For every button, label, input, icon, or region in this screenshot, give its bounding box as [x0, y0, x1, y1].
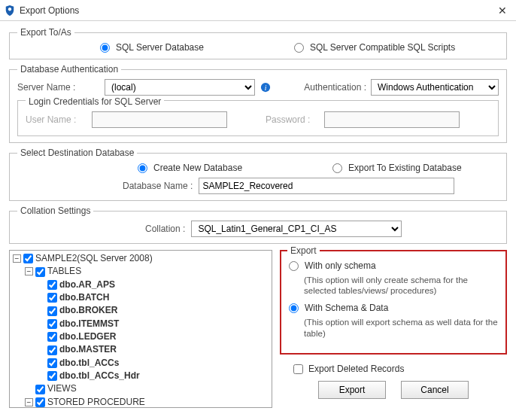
object-tree[interactable]: −SAMPLE2(SQL Server 2008) −TABLES −dbo.A…	[9, 250, 272, 408]
close-icon[interactable]: ✕	[493, 3, 511, 18]
export-options-group: Export With only schema (This option wil…	[280, 250, 507, 355]
authentication-select[interactable]: Windows Authentication	[371, 79, 499, 96]
window-title: Export Options	[20, 5, 493, 16]
username-input	[92, 111, 227, 128]
radio-only-schema[interactable]: With only schema	[289, 260, 376, 271]
tree-sprocs[interactable]: −STORED PROCEDURE −sp_sg_NextMyId_Acc_Hd…	[25, 396, 270, 408]
username-label: User Name :	[26, 114, 86, 125]
db-auth-legend: Database Authentication	[17, 64, 121, 75]
tree-item[interactable]: −dbo.ITEMMST	[37, 318, 270, 330]
export-options-legend: Export	[287, 245, 320, 256]
schema-and-data-description: (This option will export schema as well …	[289, 317, 498, 339]
db-auth-group: Database Authentication Server Name : (l…	[9, 64, 507, 143]
tree-tables[interactable]: −TABLES −dbo.AR_APS −dbo.BATCH −dbo.BROK…	[25, 265, 270, 382]
only-schema-description: (This option will only create schema for…	[289, 275, 498, 297]
tree-item[interactable]: −dbo.tbl_ACCs	[37, 357, 270, 370]
collation-group: Collation Settings Collation : SQL_Latin…	[9, 205, 507, 244]
tree-item[interactable]: −dbo.BROKER	[37, 304, 270, 317]
collapse-icon[interactable]: −	[13, 254, 21, 263]
collation-select[interactable]: SQL_Latin1_General_CP1_CI_AS	[191, 221, 402, 237]
export-to-as-group: Export To/As SQL Server Database SQL Ser…	[9, 27, 507, 59]
radio-export-existing-db[interactable]: Export To Existing Database	[332, 163, 462, 173]
collapse-icon[interactable]: −	[25, 267, 33, 275]
database-name-input[interactable]	[199, 178, 454, 194]
collapse-icon[interactable]: −	[25, 398, 33, 406]
export-button[interactable]: Export	[318, 381, 386, 399]
tree-item[interactable]: −dbo.MASTER	[37, 343, 270, 356]
destination-db-group: Select Destination Database Create New D…	[9, 148, 507, 201]
destination-db-legend: Select Destination Database	[17, 148, 137, 158]
radio-sql-server-db[interactable]: SQL Server Database	[100, 42, 204, 53]
svg-text:i: i	[265, 84, 267, 92]
tree-item[interactable]: −dbo.AR_APS	[37, 278, 270, 291]
tree-item[interactable]: −dbo.LEDGER	[37, 330, 270, 343]
server-name-label: Server Name :	[17, 82, 100, 93]
database-name-label: Database Name :	[123, 181, 193, 191]
tree-item[interactable]: −dbo.tbl_ACCs_Hdr	[37, 370, 270, 382]
app-shield-icon	[5, 5, 15, 16]
titlebar: Export Options ✕	[0, 0, 516, 21]
export-deleted-checkbox[interactable]: Export Deleted Records	[290, 362, 507, 376]
export-to-as-legend: Export To/As	[17, 27, 74, 38]
server-name-select[interactable]: (local)	[105, 79, 255, 96]
login-credentials-group: Login Credentials for SQL Server User Na…	[17, 100, 499, 136]
cancel-button[interactable]: Cancel	[401, 381, 469, 399]
tree-views[interactable]: −VIEWS	[25, 382, 270, 395]
login-credentials-legend: Login Credentials for SQL Server	[26, 96, 164, 107]
radio-sql-scripts[interactable]: SQL Server Compatible SQL Scripts	[294, 42, 455, 53]
tree-root[interactable]: −SAMPLE2(SQL Server 2008) −TABLES −dbo.A…	[13, 252, 270, 408]
password-label: Password :	[266, 114, 318, 125]
password-input	[324, 111, 460, 128]
radio-schema-and-data[interactable]: With Schema & Data	[289, 303, 388, 313]
radio-create-new-db[interactable]: Create New Database	[138, 163, 242, 173]
authentication-label: Authentication :	[304, 82, 366, 93]
collation-legend: Collation Settings	[17, 205, 93, 216]
tree-item[interactable]: −dbo.BATCH	[37, 291, 270, 304]
info-icon[interactable]: i	[260, 81, 272, 93]
collation-label: Collation :	[145, 224, 185, 234]
